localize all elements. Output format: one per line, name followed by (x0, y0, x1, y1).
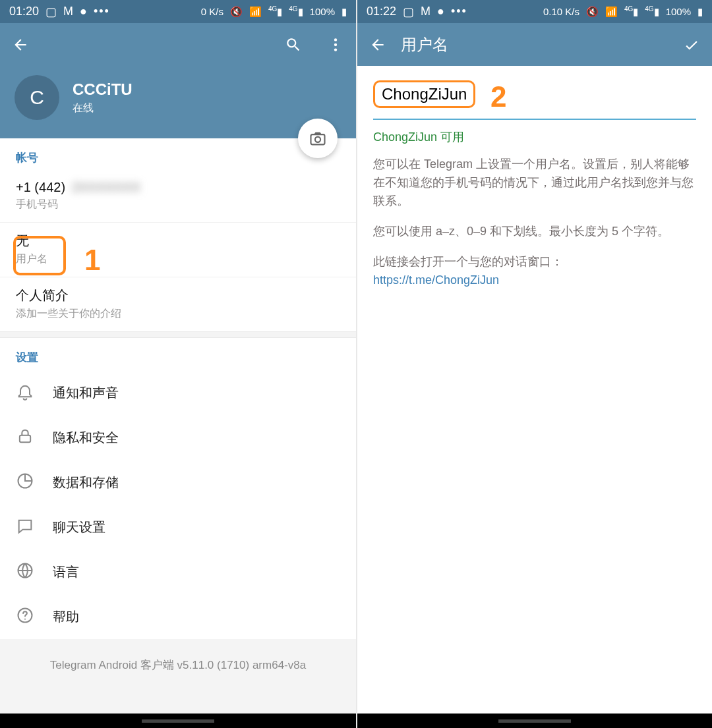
signal-4g-icon: 4G▮ (645, 5, 659, 18)
mute-icon: 🔇 (230, 6, 243, 18)
status-chat-icon: ● (80, 5, 87, 18)
status-image-icon: ▢ (403, 5, 414, 19)
username-screen-body: ChongZiJun 2 ChongZiJun 可用 您可以在 Telegram… (357, 66, 712, 714)
statusbar: 01:22 ▢ M ● ••• 0.10 K/s 🔇 📶 4G▮ 4G▮ 100… (357, 0, 712, 23)
status-mail-icon: M (421, 5, 430, 18)
status-netspeed: 0.10 K/s (543, 6, 579, 17)
username-row[interactable]: 无 用户名 (0, 223, 356, 277)
settings-label: 数据和存储 (53, 474, 119, 491)
avatar[interactable]: C (15, 75, 59, 120)
wifi-icon: 📶 (605, 6, 618, 18)
more-icon[interactable] (327, 36, 344, 53)
settings-data[interactable]: 数据和存储 (0, 460, 356, 505)
settings-help[interactable]: 帮助 (0, 594, 356, 639)
username-label: 用户名 (16, 252, 340, 266)
back-icon[interactable] (369, 36, 386, 53)
section-gap (0, 331, 356, 338)
phone-row[interactable]: +1 (442) 2XXXXXXX 手机号码 (0, 171, 356, 223)
settings-notifications[interactable]: 通知和声音 (0, 370, 356, 415)
settings-label: 通知和声音 (53, 384, 119, 402)
svg-point-1 (334, 43, 337, 45)
settings-label: 聊天设置 (53, 518, 105, 536)
input-underline (373, 119, 696, 120)
version-text: Telegram Android 客户端 v5.11.0 (1710) arm6… (50, 659, 306, 671)
settings-privacy[interactable]: 隐私和安全 (0, 415, 356, 460)
bio-value: 个人简介 (16, 287, 340, 304)
confirm-icon[interactable] (683, 36, 700, 53)
status-mail-icon: M (63, 5, 73, 18)
avatar-letter: C (30, 86, 44, 109)
desc-1: 您可以在 Telegram 上设置一个用户名。设置后，别人将能够在不知道您的手机… (373, 155, 696, 211)
profile-status: 在线 (73, 101, 133, 115)
status-battery: 100% (310, 6, 335, 17)
status-more-icon: ••• (451, 5, 467, 18)
chat-icon (16, 517, 34, 538)
username-input-value: ChongZiJun (382, 85, 467, 103)
annotation-2: 2 (490, 80, 506, 113)
statusbar: 01:20 ▢ M ● ••• 0 K/s 🔇 📶 4G▮ 4G▮ 100% ▮ (0, 0, 356, 23)
annotation-1: 1 (84, 244, 100, 277)
signal-4g-icon: 4G▮ (624, 5, 638, 18)
desc-3: 此链接会打开一个与您的对话窗口： (373, 253, 696, 271)
nav-bar (357, 714, 712, 728)
status-battery: 100% (666, 6, 691, 17)
status-chat-icon: ● (437, 5, 444, 18)
status-netspeed: 0 K/s (201, 6, 223, 17)
status-time: 01:22 (367, 5, 396, 18)
appbar: 用户名 (357, 23, 712, 66)
nav-bar (0, 714, 356, 728)
account-section: 帐号 +1 (442) 2XXXXXXX 手机号码 无 用户名 个人简介 添加一… (0, 138, 356, 331)
phone-label: 手机号码 (16, 198, 340, 211)
back-icon[interactable] (12, 36, 29, 53)
settings-label: 帮助 (53, 608, 79, 626)
signal-4g-icon: 4G▮ (289, 5, 303, 18)
phone-left: 01:20 ▢ M ● ••• 0 K/s 🔇 📶 4G▮ 4G▮ 100% ▮ (0, 0, 356, 728)
svg-rect-5 (20, 435, 30, 443)
mute-icon: 🔇 (586, 6, 599, 18)
globe-icon (16, 561, 34, 582)
profile-name: CCCiTU (73, 80, 133, 99)
status-more-icon: ••• (94, 5, 110, 18)
bell-icon (16, 382, 34, 403)
settings-label: 隐私和安全 (53, 429, 119, 447)
svg-point-0 (334, 38, 337, 41)
settings-header: 设置 (0, 338, 356, 370)
desc-2: 您可以使用 a–z、0–9 和下划线。最小长度为 5 个字符。 (373, 223, 696, 241)
username-input[interactable]: ChongZiJun (373, 80, 475, 108)
search-icon[interactable] (285, 36, 302, 53)
status-time: 01:20 (9, 5, 39, 18)
phone-prefix: +1 (442) (16, 180, 65, 194)
profile-header: C CCCiTU 在线 (0, 66, 356, 138)
bio-row[interactable]: 个人简介 添加一些关于你的介绍 (0, 277, 356, 331)
wifi-icon: 📶 (249, 6, 262, 18)
settings-chat[interactable]: 聊天设置 (0, 505, 356, 549)
lock-icon (16, 427, 34, 448)
signal-4g-icon: 4G▮ (268, 5, 282, 18)
settings-section: 设置 通知和声音 隐私和安全 数据和存储 聊天设置 语言 帮助 (0, 338, 356, 639)
phone-hidden: 2XXXXXXX (72, 180, 141, 195)
camera-fab[interactable] (298, 119, 338, 158)
appbar (0, 23, 356, 66)
svg-point-2 (334, 48, 337, 51)
pie-icon (16, 472, 34, 493)
svg-rect-3 (311, 134, 325, 144)
username-link[interactable]: https://t.me/ChongZiJun (373, 273, 696, 287)
battery-icon: ▮ (341, 6, 347, 18)
svg-point-4 (315, 137, 320, 142)
phone-right: 01:22 ▢ M ● ••• 0.10 K/s 🔇 📶 4G▮ 4G▮ 100… (356, 0, 712, 728)
settings-label: 语言 (53, 563, 79, 581)
bio-label: 添加一些关于你的介绍 (16, 307, 340, 321)
username-value: 无 (16, 232, 340, 250)
version-info: Telegram Android 客户端 v5.11.0 (1710) arm6… (0, 639, 356, 714)
battery-icon: ▮ (697, 6, 703, 18)
help-icon (16, 606, 34, 627)
appbar-title: 用户名 (401, 34, 668, 55)
settings-language[interactable]: 语言 (0, 549, 356, 594)
availability-text: ChongZiJun 可用 (373, 129, 696, 145)
status-image-icon: ▢ (45, 5, 57, 19)
